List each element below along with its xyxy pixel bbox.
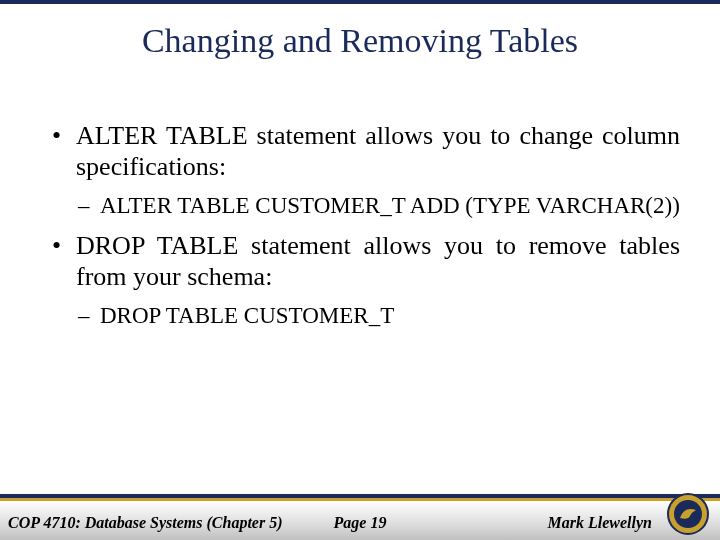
bullet-level-1: DROP TABLE statement allows you to remov… xyxy=(48,230,680,292)
footer-bar: COP 4710: Database Systems (Chapter 5) P… xyxy=(0,501,720,540)
footer-course-label: COP 4710: Database Systems (Chapter 5) xyxy=(8,514,283,532)
slide: Changing and Removing Tables ALTER TABLE… xyxy=(0,0,720,540)
slide-title: Changing and Removing Tables xyxy=(0,22,720,60)
top-accent-bar xyxy=(0,0,720,4)
ucf-pegasus-logo-icon xyxy=(666,492,710,536)
footer-author: Mark Llewellyn xyxy=(548,514,652,532)
bullet-level-2: DROP TABLE CUSTOMER_T xyxy=(76,302,680,330)
slide-content: ALTER TABLE statement allows you to chan… xyxy=(48,120,680,340)
bullet-level-2: ALTER TABLE CUSTOMER_T ADD (TYPE VARCHAR… xyxy=(76,192,680,220)
slide-footer: COP 4710: Database Systems (Chapter 5) P… xyxy=(0,494,720,540)
bullet-level-1: ALTER TABLE statement allows you to chan… xyxy=(48,120,680,182)
footer-page-number: Page 19 xyxy=(334,514,387,532)
